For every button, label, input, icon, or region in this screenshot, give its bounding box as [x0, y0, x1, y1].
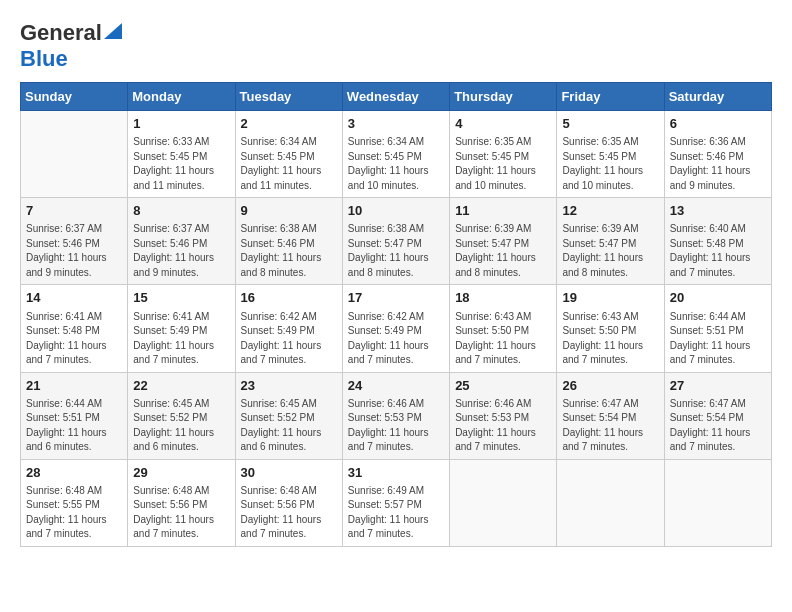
header-day-friday: Friday	[557, 83, 664, 111]
sunset-info: Sunset: 5:46 PM	[133, 238, 207, 249]
day-number: 5	[562, 115, 658, 133]
daylight-continued: and 7 minutes.	[241, 354, 307, 365]
calendar-cell: 1Sunrise: 6:33 AMSunset: 5:45 PMDaylight…	[128, 111, 235, 198]
day-number: 9	[241, 202, 337, 220]
logo-blue-text: Blue	[20, 46, 68, 71]
day-number: 28	[26, 464, 122, 482]
logo-arrow-icon	[104, 23, 122, 43]
cell-info: Sunrise: 6:37 AMSunset: 5:46 PMDaylight:…	[133, 222, 229, 280]
svg-marker-0	[104, 23, 122, 39]
sunset-info: Sunset: 5:50 PM	[455, 325, 529, 336]
daylight-hours: Daylight: 11 hours	[348, 340, 429, 351]
sunset-info: Sunset: 5:47 PM	[348, 238, 422, 249]
sunrise-info: Sunrise: 6:43 AM	[455, 311, 531, 322]
day-number: 12	[562, 202, 658, 220]
sunset-info: Sunset: 5:55 PM	[26, 499, 100, 510]
day-number: 11	[455, 202, 551, 220]
daylight-continued: and 11 minutes.	[133, 180, 204, 191]
daylight-continued: and 7 minutes.	[670, 267, 736, 278]
week-row-3: 14Sunrise: 6:41 AMSunset: 5:48 PMDayligh…	[21, 285, 772, 372]
sunset-info: Sunset: 5:52 PM	[133, 412, 207, 423]
sunrise-info: Sunrise: 6:36 AM	[670, 136, 746, 147]
daylight-hours: Daylight: 11 hours	[26, 427, 107, 438]
daylight-continued: and 8 minutes.	[241, 267, 307, 278]
cell-info: Sunrise: 6:42 AMSunset: 5:49 PMDaylight:…	[241, 310, 337, 368]
sunset-info: Sunset: 5:49 PM	[241, 325, 315, 336]
calendar-cell: 16Sunrise: 6:42 AMSunset: 5:49 PMDayligh…	[235, 285, 342, 372]
sunrise-info: Sunrise: 6:34 AM	[348, 136, 424, 147]
sunset-info: Sunset: 5:54 PM	[562, 412, 636, 423]
daylight-hours: Daylight: 11 hours	[455, 427, 536, 438]
day-number: 20	[670, 289, 766, 307]
sunset-info: Sunset: 5:47 PM	[455, 238, 529, 249]
cell-info: Sunrise: 6:41 AMSunset: 5:48 PMDaylight:…	[26, 310, 122, 368]
calendar-cell: 15Sunrise: 6:41 AMSunset: 5:49 PMDayligh…	[128, 285, 235, 372]
daylight-hours: Daylight: 11 hours	[455, 340, 536, 351]
calendar-cell: 7Sunrise: 6:37 AMSunset: 5:46 PMDaylight…	[21, 198, 128, 285]
cell-info: Sunrise: 6:38 AMSunset: 5:46 PMDaylight:…	[241, 222, 337, 280]
daylight-continued: and 10 minutes.	[455, 180, 526, 191]
cell-info: Sunrise: 6:46 AMSunset: 5:53 PMDaylight:…	[348, 397, 444, 455]
daylight-continued: and 7 minutes.	[348, 441, 414, 452]
sunrise-info: Sunrise: 6:34 AM	[241, 136, 317, 147]
sunrise-info: Sunrise: 6:35 AM	[455, 136, 531, 147]
cell-info: Sunrise: 6:37 AMSunset: 5:46 PMDaylight:…	[26, 222, 122, 280]
daylight-hours: Daylight: 11 hours	[133, 340, 214, 351]
calendar-cell	[557, 459, 664, 546]
cell-info: Sunrise: 6:33 AMSunset: 5:45 PMDaylight:…	[133, 135, 229, 193]
day-number: 25	[455, 377, 551, 395]
calendar-cell: 23Sunrise: 6:45 AMSunset: 5:52 PMDayligh…	[235, 372, 342, 459]
sunrise-info: Sunrise: 6:35 AM	[562, 136, 638, 147]
daylight-continued: and 9 minutes.	[133, 267, 199, 278]
calendar-cell: 18Sunrise: 6:43 AMSunset: 5:50 PMDayligh…	[450, 285, 557, 372]
cell-info: Sunrise: 6:48 AMSunset: 5:55 PMDaylight:…	[26, 484, 122, 542]
sunset-info: Sunset: 5:57 PM	[348, 499, 422, 510]
cell-info: Sunrise: 6:39 AMSunset: 5:47 PMDaylight:…	[455, 222, 551, 280]
cell-info: Sunrise: 6:41 AMSunset: 5:49 PMDaylight:…	[133, 310, 229, 368]
daylight-hours: Daylight: 11 hours	[455, 165, 536, 176]
day-number: 22	[133, 377, 229, 395]
header-day-wednesday: Wednesday	[342, 83, 449, 111]
week-row-4: 21Sunrise: 6:44 AMSunset: 5:51 PMDayligh…	[21, 372, 772, 459]
daylight-hours: Daylight: 11 hours	[241, 252, 322, 263]
sunrise-info: Sunrise: 6:47 AM	[562, 398, 638, 409]
day-number: 6	[670, 115, 766, 133]
sunrise-info: Sunrise: 6:33 AM	[133, 136, 209, 147]
daylight-hours: Daylight: 11 hours	[348, 252, 429, 263]
daylight-hours: Daylight: 11 hours	[133, 165, 214, 176]
sunrise-info: Sunrise: 6:47 AM	[670, 398, 746, 409]
calendar-cell: 28Sunrise: 6:48 AMSunset: 5:55 PMDayligh…	[21, 459, 128, 546]
sunrise-info: Sunrise: 6:48 AM	[241, 485, 317, 496]
daylight-continued: and 8 minutes.	[455, 267, 521, 278]
day-number: 8	[133, 202, 229, 220]
calendar-cell: 2Sunrise: 6:34 AMSunset: 5:45 PMDaylight…	[235, 111, 342, 198]
sunset-info: Sunset: 5:48 PM	[26, 325, 100, 336]
calendar-cell: 5Sunrise: 6:35 AMSunset: 5:45 PMDaylight…	[557, 111, 664, 198]
calendar-cell: 17Sunrise: 6:42 AMSunset: 5:49 PMDayligh…	[342, 285, 449, 372]
day-number: 17	[348, 289, 444, 307]
sunset-info: Sunset: 5:51 PM	[26, 412, 100, 423]
calendar-cell: 4Sunrise: 6:35 AMSunset: 5:45 PMDaylight…	[450, 111, 557, 198]
sunset-info: Sunset: 5:46 PM	[670, 151, 744, 162]
daylight-hours: Daylight: 11 hours	[670, 252, 751, 263]
sunset-info: Sunset: 5:45 PM	[562, 151, 636, 162]
cell-info: Sunrise: 6:48 AMSunset: 5:56 PMDaylight:…	[133, 484, 229, 542]
header: General Blue	[20, 20, 772, 72]
day-number: 27	[670, 377, 766, 395]
daylight-continued: and 8 minutes.	[562, 267, 628, 278]
sunrise-info: Sunrise: 6:38 AM	[348, 223, 424, 234]
sunset-info: Sunset: 5:56 PM	[241, 499, 315, 510]
daylight-continued: and 9 minutes.	[670, 180, 736, 191]
daylight-continued: and 7 minutes.	[133, 354, 199, 365]
daylight-continued: and 7 minutes.	[26, 354, 92, 365]
daylight-continued: and 7 minutes.	[670, 441, 736, 452]
sunrise-info: Sunrise: 6:48 AM	[133, 485, 209, 496]
day-number: 18	[455, 289, 551, 307]
calendar-cell: 24Sunrise: 6:46 AMSunset: 5:53 PMDayligh…	[342, 372, 449, 459]
sunrise-info: Sunrise: 6:41 AM	[133, 311, 209, 322]
daylight-hours: Daylight: 11 hours	[241, 514, 322, 525]
daylight-hours: Daylight: 11 hours	[670, 427, 751, 438]
sunset-info: Sunset: 5:49 PM	[133, 325, 207, 336]
daylight-continued: and 7 minutes.	[562, 354, 628, 365]
header-day-tuesday: Tuesday	[235, 83, 342, 111]
